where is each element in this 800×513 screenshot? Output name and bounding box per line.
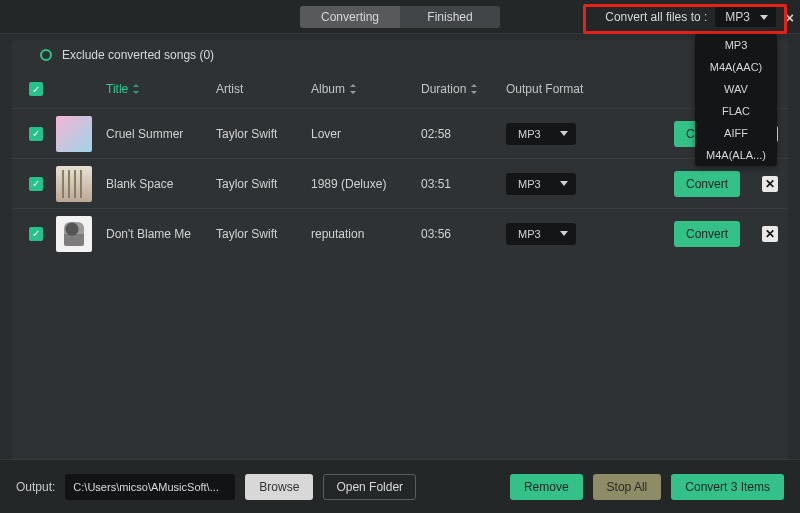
convert-all-dropdown[interactable]: MP3 [715,7,776,27]
column-album[interactable]: Album [311,82,421,96]
row-format-dropdown[interactable]: MP3 [506,173,576,195]
format-option[interactable]: MP3 [695,34,777,56]
footer-bar: Output: C:\Users\micso\AMusicSoft\... Br… [0,459,800,513]
convert-all-group: Convert all files to : MP3 [605,0,776,34]
cell-artist: Taylor Swift [216,127,311,141]
exclude-label: Exclude converted songs (0) [62,48,214,62]
convert-button[interactable]: Convert [674,221,740,247]
chevron-down-icon [560,231,568,236]
row-format-dropdown[interactable]: MP3 [506,123,576,145]
row-format-dropdown[interactable]: MP3 [506,223,576,245]
cell-artist: Taylor Swift [216,227,311,241]
column-artist: Artist [216,82,311,96]
format-option[interactable]: AIFF [695,122,777,144]
cell-album: 1989 (Deluxe) [311,177,421,191]
chevron-down-icon [760,15,768,20]
format-option[interactable]: M4A(AAC) [695,56,777,78]
row-checkbox[interactable]: ✓ [29,177,43,191]
subbar: Exclude converted songs (0) Search [12,40,788,70]
format-option[interactable]: M4A(ALA...) [695,144,777,166]
sort-icon [470,84,478,94]
album-art [56,166,92,202]
column-duration[interactable]: Duration [421,82,506,96]
top-bar: Converting Finished Convert all files to… [0,0,800,34]
cell-artist: Taylor Swift [216,177,311,191]
format-dropdown-panel: MP3 M4A(AAC) WAV FLAC AIFF M4A(ALA...) [695,34,777,166]
exclude-toggle[interactable]: Exclude converted songs (0) [40,48,214,62]
table-row: ✓ Cruel Summer Taylor Swift Lover 02:58 … [12,108,788,158]
column-format: Output Format [506,82,621,96]
sort-icon [349,84,357,94]
format-option[interactable]: FLAC [695,100,777,122]
app-window: Converting Finished Convert all files to… [0,0,800,513]
convert-all-value: MP3 [725,10,750,24]
cell-duration: 02:58 [421,127,506,141]
open-folder-button[interactable]: Open Folder [323,474,416,500]
format-option[interactable]: WAV [695,78,777,100]
cell-duration: 03:51 [421,177,506,191]
cell-duration: 03:56 [421,227,506,241]
radio-icon [40,49,52,61]
chevron-down-icon [560,131,568,136]
tab-converting[interactable]: Converting [300,6,400,28]
select-all-checkbox[interactable]: ✓ [29,82,43,96]
stop-all-button[interactable]: Stop All [593,474,662,500]
convert-all-label: Convert all files to : [605,10,707,24]
convert-all-button[interactable]: Convert 3 Items [671,474,784,500]
album-art [56,216,92,252]
cell-title: Cruel Summer [106,127,216,141]
column-title[interactable]: Title [106,82,216,96]
remove-button[interactable]: Remove [510,474,583,500]
convert-button[interactable]: Convert [674,171,740,197]
cell-title: Don't Blame Me [106,227,216,241]
browse-button[interactable]: Browse [245,474,313,500]
table-row: ✓ Blank Space Taylor Swift 1989 (Deluxe)… [12,158,788,208]
track-list: ✓ Title Artist Album Duration Output For… [12,70,788,459]
mode-tabs: Converting Finished [300,6,500,28]
cell-title: Blank Space [106,177,216,191]
column-header-row: ✓ Title Artist Album Duration Output For… [12,70,788,108]
close-icon[interactable]: × [785,9,794,26]
row-checkbox[interactable]: ✓ [29,127,43,141]
output-label: Output: [16,480,55,494]
table-row: ✓ Don't Blame Me Taylor Swift reputation… [12,208,788,258]
remove-row-icon[interactable]: ✕ [762,226,778,242]
tab-finished[interactable]: Finished [400,6,500,28]
remove-row-icon[interactable]: ✕ [762,176,778,192]
chevron-down-icon [560,181,568,186]
row-checkbox[interactable]: ✓ [29,227,43,241]
cell-album: Lover [311,127,421,141]
output-path-field[interactable]: C:\Users\micso\AMusicSoft\... [65,474,235,500]
album-art [56,116,92,152]
cell-album: reputation [311,227,421,241]
sort-icon [132,84,140,94]
